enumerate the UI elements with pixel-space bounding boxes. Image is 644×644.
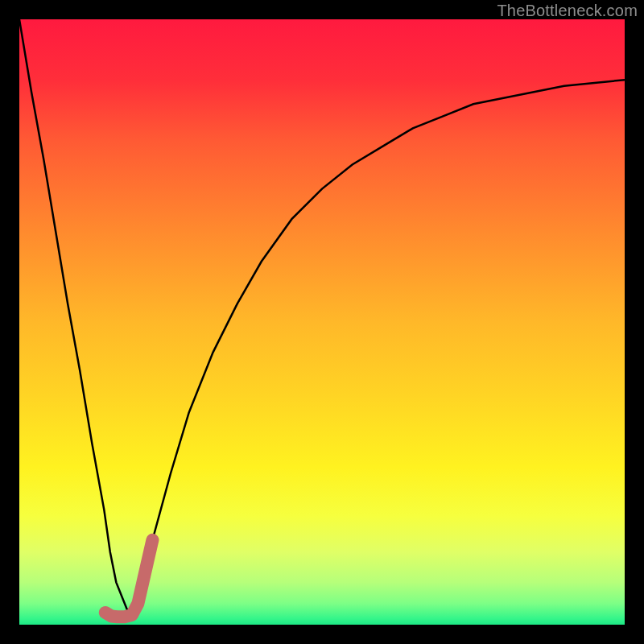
watermark-text: TheBottleneck.com [497,2,638,20]
bottleneck-curve [19,19,625,613]
plot-area [19,19,625,625]
chart-frame: TheBottleneck.com [0,0,644,644]
marker-j [105,540,153,617]
curve-layer [19,19,625,625]
